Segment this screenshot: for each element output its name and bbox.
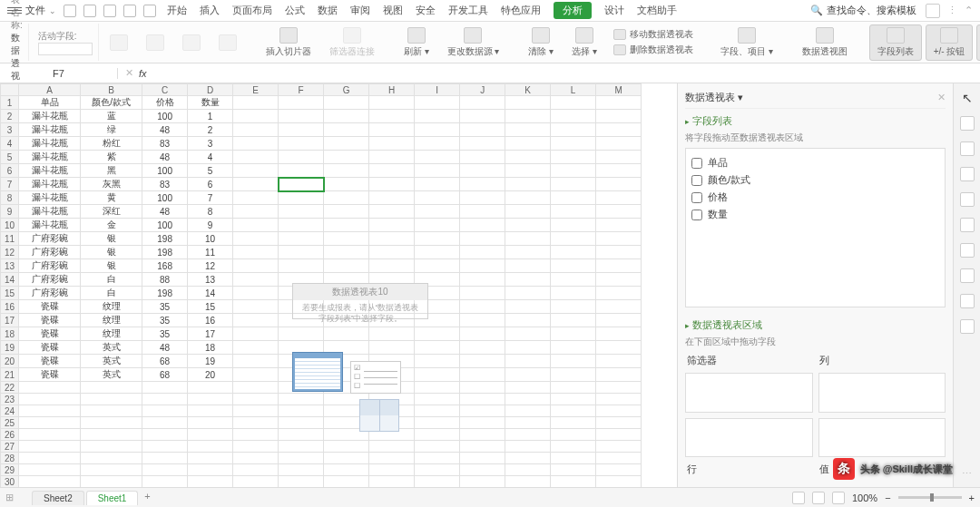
cell[interactable]: [551, 273, 596, 287]
cell[interactable]: [369, 191, 415, 205]
filter-drop-area[interactable]: [685, 373, 813, 413]
cell[interactable]: [415, 417, 460, 429]
cell[interactable]: [233, 417, 279, 429]
qat-save-icon[interactable]: [64, 5, 76, 17]
cell[interactable]: [324, 232, 369, 246]
cell[interactable]: [551, 259, 596, 273]
cell[interactable]: [369, 219, 415, 232]
row-header[interactable]: 15: [1, 287, 19, 300]
field-checkbox[interactable]: [691, 175, 702, 186]
cell[interactable]: [460, 327, 505, 341]
cell[interactable]: [233, 355, 279, 368]
cell[interactable]: [142, 382, 188, 394]
cell[interactable]: 瓷碟: [19, 341, 81, 355]
cell[interactable]: 100: [142, 219, 188, 232]
cell[interactable]: [279, 441, 324, 453]
cell[interactable]: [188, 441, 233, 453]
field-checkbox[interactable]: [691, 210, 702, 220]
row-header[interactable]: 19: [1, 341, 19, 355]
cell[interactable]: [551, 394, 596, 405]
cell[interactable]: [233, 327, 279, 341]
cell[interactable]: [596, 441, 642, 453]
cell[interactable]: 48: [142, 341, 188, 355]
cell[interactable]: [279, 327, 324, 341]
cell[interactable]: [551, 453, 596, 464]
cell[interactable]: [460, 232, 505, 246]
cell[interactable]: [596, 341, 642, 355]
cell[interactable]: [551, 341, 596, 355]
cell[interactable]: [188, 453, 233, 464]
cell[interactable]: 广府彩碗: [19, 287, 81, 300]
change-source-btn[interactable]: 更改数据源 ▾: [440, 25, 507, 60]
cell[interactable]: [551, 246, 596, 259]
cell[interactable]: [233, 191, 279, 205]
cell[interactable]: [460, 219, 505, 232]
cell[interactable]: [19, 464, 81, 476]
cell[interactable]: [188, 464, 233, 476]
sheet-tab[interactable]: Sheet2: [32, 491, 84, 505]
cell[interactable]: [233, 178, 279, 191]
tool-backup-icon[interactable]: [960, 294, 975, 308]
cell[interactable]: 银: [81, 232, 142, 246]
cell[interactable]: 粉红: [81, 137, 142, 151]
cell[interactable]: [324, 464, 369, 476]
active-field-value[interactable]: [38, 43, 93, 55]
cell[interactable]: [324, 191, 369, 205]
cell[interactable]: [415, 178, 460, 191]
cell[interactable]: [279, 476, 324, 488]
cell[interactable]: [279, 246, 324, 259]
cell[interactable]: [596, 151, 642, 164]
col-header[interactable]: L: [551, 84, 596, 96]
cell[interactable]: 7: [188, 191, 233, 205]
cell[interactable]: [505, 314, 551, 327]
cell[interactable]: 83: [142, 178, 188, 191]
cell[interactable]: [81, 417, 142, 429]
cell[interactable]: [233, 287, 279, 300]
row-header[interactable]: 13: [1, 259, 19, 273]
cell[interactable]: [415, 368, 460, 382]
row-header[interactable]: 20: [1, 355, 19, 368]
cell[interactable]: [460, 123, 505, 137]
cell[interactable]: [460, 110, 505, 123]
zoom-value[interactable]: 100%: [852, 492, 877, 503]
sheet-tab-active[interactable]: Sheet1: [86, 491, 139, 505]
cell[interactable]: 广府彩碗: [19, 246, 81, 259]
cell[interactable]: [279, 219, 324, 232]
cell[interactable]: [369, 96, 415, 110]
cell[interactable]: [551, 178, 596, 191]
cell[interactable]: [415, 232, 460, 246]
cell[interactable]: 黄: [81, 191, 142, 205]
cell[interactable]: [233, 219, 279, 232]
cell[interactable]: [233, 394, 279, 405]
cell[interactable]: [415, 96, 460, 110]
cell[interactable]: 88: [142, 273, 188, 287]
cell[interactable]: [415, 151, 460, 164]
cell[interactable]: [279, 232, 324, 246]
field-checkbox[interactable]: [691, 192, 702, 203]
add-sheet-btn[interactable]: +: [140, 491, 154, 505]
cell[interactable]: [415, 441, 460, 453]
cell[interactable]: [324, 476, 369, 488]
cell[interactable]: [551, 300, 596, 314]
cell[interactable]: 漏斗花瓶: [19, 178, 81, 191]
cell[interactable]: [188, 429, 233, 441]
cell[interactable]: [233, 300, 279, 314]
cell[interactable]: [81, 464, 142, 476]
row-header[interactable]: 16: [1, 300, 19, 314]
cell[interactable]: 6: [188, 178, 233, 191]
cell[interactable]: 83: [142, 137, 188, 151]
cell[interactable]: [505, 273, 551, 287]
cell[interactable]: [596, 314, 642, 327]
select-btn[interactable]: 选择 ▾: [564, 25, 604, 60]
row-header[interactable]: 12: [1, 246, 19, 259]
cell[interactable]: [369, 123, 415, 137]
col-header[interactable]: D: [188, 84, 233, 96]
column-drop-area[interactable]: [818, 373, 946, 413]
cell[interactable]: [324, 205, 369, 219]
row-header[interactable]: 3: [1, 123, 19, 137]
cell[interactable]: [188, 417, 233, 429]
cell[interactable]: [505, 259, 551, 273]
cell[interactable]: [460, 429, 505, 441]
cell[interactable]: [19, 453, 81, 464]
tab-security[interactable]: 安全: [416, 4, 436, 17]
